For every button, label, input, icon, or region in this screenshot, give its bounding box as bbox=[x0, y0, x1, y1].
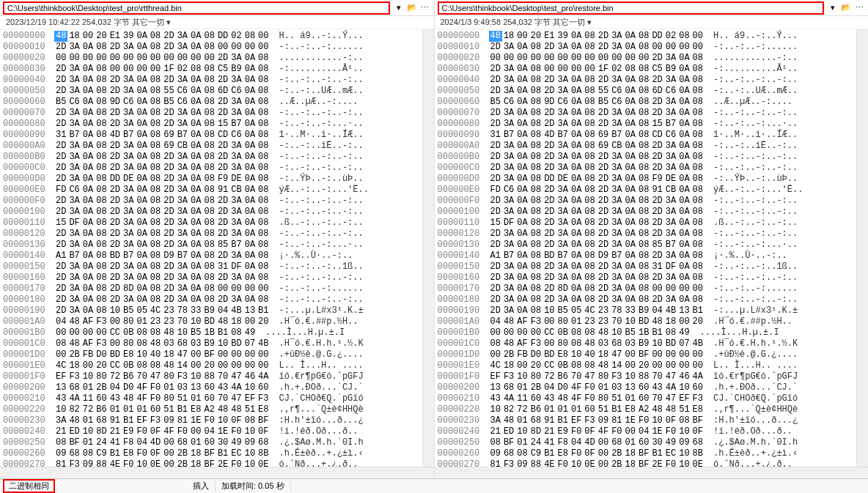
hex-byte[interactable]: 3A bbox=[610, 42, 623, 53]
hex-byte[interactable]: 08 bbox=[637, 185, 650, 196]
hex-byte[interactable]: 00 bbox=[556, 53, 570, 64]
hex-byte[interactable]: 08 bbox=[149, 130, 162, 141]
hex-byte[interactable]: 00 bbox=[149, 53, 162, 64]
hex-byte[interactable]: 0A bbox=[570, 229, 583, 240]
hex-byte[interactable]: 3A bbox=[67, 42, 81, 53]
hex-byte[interactable]: 0A bbox=[81, 196, 95, 207]
hex-byte[interactable]: 48 bbox=[556, 393, 570, 404]
hex-byte[interactable]: F0 bbox=[149, 393, 162, 404]
hex-byte[interactable]: B1 bbox=[691, 305, 705, 316]
hex-byte[interactable]: 09 bbox=[597, 415, 610, 426]
hex-byte[interactable]: 0A bbox=[515, 207, 529, 218]
hex-line[interactable]: 00000240 21ED108D21E9F00F 4FF000041EF010… bbox=[3, 426, 419, 437]
hex-byte[interactable]: 3A bbox=[176, 196, 189, 207]
hex-byte[interactable]: 0A bbox=[570, 97, 583, 108]
hex-byte[interactable]: 2D bbox=[650, 152, 663, 163]
hex-byte[interactable]: 00 bbox=[202, 53, 216, 64]
hex-byte[interactable]: 08 bbox=[257, 273, 270, 283]
hex-byte[interactable]: F3 bbox=[95, 338, 108, 349]
hex-byte[interactable]: 2D bbox=[542, 163, 556, 174]
hex-byte[interactable]: E8 bbox=[691, 404, 705, 415]
hex-byte[interactable]: 0A bbox=[135, 196, 148, 207]
hex-byte[interactable]: 2D bbox=[216, 108, 229, 119]
hex-byte[interactable]: 08 bbox=[529, 262, 542, 273]
hex-byte[interactable]: 2D bbox=[162, 31, 175, 42]
right-path-input[interactable] bbox=[438, 1, 825, 15]
hex-byte[interactable]: 00 bbox=[189, 349, 202, 360]
hex-byte[interactable]: 0A bbox=[135, 75, 148, 86]
hex-byte[interactable]: 2D bbox=[597, 283, 610, 294]
hex-byte[interactable]: 3A bbox=[67, 196, 81, 207]
hex-byte[interactable]: 43 bbox=[108, 393, 122, 404]
hex-line[interactable]: 00000180 2D3A0A082D3A0A08 2D3A0A082D3A0A… bbox=[3, 294, 419, 305]
hex-byte[interactable]: 51 bbox=[243, 404, 257, 415]
hex-byte[interactable]: 0A bbox=[624, 130, 637, 141]
hex-byte[interactable]: 08 bbox=[489, 437, 502, 448]
hex-byte[interactable]: CB bbox=[610, 141, 623, 152]
hex-line[interactable]: 000000C0 2D3A0A082D3A0A08 2D3A0A082D3A0A… bbox=[438, 163, 854, 174]
hex-byte[interactable]: 68 bbox=[176, 338, 189, 349]
hex-byte[interactable]: 0A bbox=[189, 294, 202, 305]
hex-line[interactable]: 000001E0 4C180020CC0B0808 48140020000000… bbox=[438, 360, 854, 371]
hex-byte[interactable]: BD bbox=[542, 349, 556, 360]
hex-byte[interactable]: 69 bbox=[162, 130, 175, 141]
hex-line[interactable]: 00000100 2D3A0A082D3A0A08 2D3A0A082D3A0A… bbox=[3, 207, 419, 218]
hex-byte[interactable]: 4A bbox=[502, 393, 515, 404]
hex-byte[interactable]: 21 bbox=[108, 426, 122, 437]
hex-byte[interactable]: 2D bbox=[162, 196, 175, 207]
hex-byte[interactable]: 13 bbox=[624, 382, 637, 393]
hex-byte[interactable]: 48 bbox=[489, 31, 502, 42]
hex-byte[interactable]: 0A bbox=[81, 305, 95, 316]
dropdown-icon[interactable]: ▾ bbox=[393, 2, 405, 14]
hex-byte[interactable]: B1 bbox=[216, 327, 229, 338]
hex-byte[interactable]: 48 bbox=[67, 338, 81, 349]
hex-byte[interactable]: 3A bbox=[610, 294, 623, 305]
hex-byte[interactable]: 48 bbox=[583, 338, 596, 349]
hex-byte[interactable]: 00 bbox=[257, 349, 270, 360]
hex-byte[interactable]: 09 bbox=[243, 437, 257, 448]
hex-byte[interactable]: 39 bbox=[556, 31, 570, 42]
hex-byte[interactable]: 00 bbox=[677, 349, 691, 360]
hex-byte[interactable]: 0A bbox=[677, 64, 691, 75]
hex-byte[interactable]: 4B bbox=[229, 305, 243, 316]
hex-byte[interactable]: 60 bbox=[95, 393, 108, 404]
hex-byte[interactable]: 0A bbox=[624, 218, 637, 229]
hex-byte[interactable]: 2D bbox=[597, 273, 610, 283]
hex-line[interactable]: 00000150 2D3A0A082D3A0A08 2D3A0A0831DF0A… bbox=[438, 262, 854, 273]
hex-byte[interactable]: 08 bbox=[149, 119, 162, 130]
hex-byte[interactable]: 00 bbox=[162, 437, 175, 448]
hex-byte[interactable]: DE bbox=[229, 174, 243, 185]
hex-byte[interactable]: 08 bbox=[570, 338, 583, 349]
hex-byte[interactable]: 3A bbox=[122, 75, 135, 86]
hex-line[interactable]: 000000E0 FDC60A082D3A0A08 2D3A0A0891CB0A… bbox=[3, 185, 419, 196]
hex-byte[interactable]: DF bbox=[664, 262, 677, 273]
hex-byte[interactable]: 08 bbox=[529, 240, 542, 251]
hex-byte[interactable]: 3A bbox=[610, 283, 623, 294]
hex-byte[interactable]: 00 bbox=[189, 426, 202, 437]
hex-byte[interactable]: F0 bbox=[135, 426, 148, 437]
hex-byte[interactable]: 3A bbox=[502, 141, 515, 152]
hex-byte[interactable]: 01 bbox=[515, 382, 529, 393]
hex-byte[interactable]: 01 bbox=[189, 437, 202, 448]
hex-byte[interactable]: 60 bbox=[149, 404, 162, 415]
hex-byte[interactable]: 2D bbox=[162, 108, 175, 119]
hex-byte[interactable]: 3A bbox=[610, 174, 623, 185]
hex-byte[interactable]: 08 bbox=[202, 108, 216, 119]
hex-byte[interactable]: 10 bbox=[135, 459, 148, 467]
hex-byte[interactable]: 3A bbox=[67, 108, 81, 119]
hex-byte[interactable]: 08 bbox=[529, 207, 542, 218]
hex-byte[interactable]: BD bbox=[229, 338, 243, 349]
hex-line[interactable]: 000000B0 2D3A0A082D3A0A08 2D3A0A082D3A0A… bbox=[3, 152, 419, 163]
hex-byte[interactable]: 13 bbox=[677, 305, 691, 316]
hex-byte[interactable]: 2D bbox=[216, 196, 229, 207]
hex-byte[interactable]: 0A bbox=[677, 218, 691, 229]
hex-byte[interactable]: 01 bbox=[624, 437, 637, 448]
hex-line[interactable]: 00000140 A1B70A08BDB70A08 D9B70A082D3A0A… bbox=[3, 251, 419, 262]
hex-byte[interactable]: 2D bbox=[650, 251, 663, 262]
hex-byte[interactable]: 03 bbox=[597, 338, 610, 349]
hex-byte[interactable]: 0A bbox=[135, 229, 148, 240]
hex-byte[interactable]: 00 bbox=[664, 349, 677, 360]
hex-byte[interactable]: 18 bbox=[67, 31, 81, 42]
hex-byte[interactable]: 15 bbox=[216, 119, 229, 130]
hex-byte[interactable]: 3A bbox=[176, 294, 189, 305]
